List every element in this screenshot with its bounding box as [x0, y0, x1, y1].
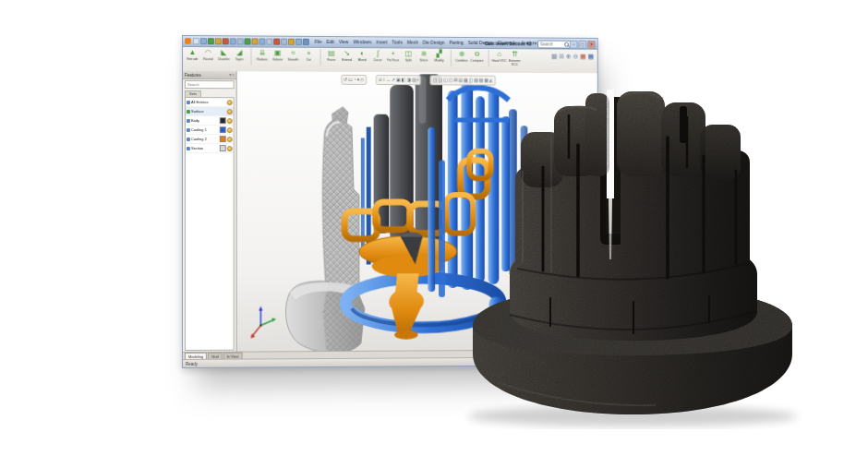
- menu-item[interactable]: Insert: [376, 40, 387, 44]
- menu-item[interactable]: Die Design: [423, 41, 445, 45]
- view-toolbar-icon[interactable]: ⊞: [453, 78, 457, 82]
- ribbon-button[interactable]: ⌂ Hand VCC: [488, 50, 507, 66]
- visibility-icon[interactable]: [227, 127, 233, 133]
- visibility-icon[interactable]: [227, 137, 233, 142]
- color-chip[interactable]: [220, 126, 226, 133]
- quick-access-icon[interactable]: [259, 39, 265, 45]
- search-icon[interactable]: [564, 42, 569, 47]
- view-toolbar-icon[interactable]: ↺: [344, 78, 347, 82]
- ribbon-tool-icon[interactable]: ▦: [588, 54, 594, 61]
- view-toolbar-icon[interactable]: ⊙: [379, 78, 382, 82]
- feature-tree-row[interactable]: Surface: [186, 107, 234, 116]
- ribbon-icon: ×: [307, 49, 311, 58]
- quick-access-icon[interactable]: [303, 39, 309, 45]
- menu-item[interactable]: Parting: [449, 41, 463, 45]
- window-control-button[interactable]: ×: [587, 41, 596, 49]
- visibility-icon[interactable]: [227, 146, 233, 151]
- color-chip[interactable]: [220, 145, 226, 151]
- ribbon-button[interactable]: ▲ Extrude: [185, 48, 200, 65]
- view-toolbar-icon[interactable]: ▥: [412, 78, 416, 82]
- visibility-icon[interactable]: [227, 109, 233, 114]
- quick-access-icon[interactable]: [237, 38, 244, 44]
- quick-access-icon[interactable]: [266, 39, 272, 45]
- menu-item[interactable]: Windows: [353, 40, 371, 44]
- ribbon-button[interactable]: ◢ Taper: [232, 48, 247, 65]
- ribbon-tool-icon[interactable]: ⊞: [559, 53, 564, 60]
- view-toolbar-icon[interactable]: ◱: [443, 78, 448, 82]
- view-toolbar-icon[interactable]: ◇: [360, 78, 364, 82]
- menu-item[interactable]: View: [339, 40, 349, 44]
- ribbon-tool-icon[interactable]: ⊖: [573, 54, 579, 61]
- ribbon-button[interactable]: ▤ Faces: [320, 49, 340, 66]
- visibility-icon[interactable]: [227, 118, 233, 124]
- quick-access-icon[interactable]: [193, 38, 199, 44]
- ribbon-button[interactable]: ⇊ Reduce: [251, 48, 271, 65]
- quick-access-icon[interactable]: [223, 38, 229, 44]
- quick-access-icon[interactable]: [230, 38, 236, 44]
- ribbon-button[interactable]: ◫ Split: [401, 49, 416, 66]
- ribbon-button[interactable]: ◐ Blend: [355, 49, 370, 66]
- app-logo-icon[interactable]: [185, 38, 191, 44]
- view-toolbar-icon[interactable]: ↗: [392, 78, 395, 82]
- ribbon-button[interactable]: ≋ Stitch: [416, 50, 432, 66]
- menu-item[interactable]: Tools: [392, 40, 402, 44]
- menu-item[interactable]: Edit: [327, 40, 334, 44]
- ribbon-button[interactable]: ▞ Modify: [431, 50, 447, 66]
- axis-triad: [251, 306, 277, 339]
- ribbon-button[interactable]: ▣ Volume: [270, 49, 285, 66]
- menu-item[interactable]: Mesh: [407, 41, 418, 45]
- ribbon-button[interactable]: ⇈ Extreme VCC: [507, 50, 522, 66]
- ribbon-button[interactable]: ↘ Extend: [339, 49, 355, 66]
- quick-access-icon[interactable]: [245, 38, 251, 44]
- feature-tree-row[interactable]: Section: [186, 144, 234, 153]
- view-toolbar-icon[interactable]: ↕: [383, 78, 385, 82]
- window-control-button[interactable]: –: [570, 41, 578, 49]
- color-chip[interactable]: [220, 117, 226, 124]
- quick-access-icon[interactable]: [208, 38, 214, 44]
- feature-tree-row[interactable]: Cooling 1: [186, 126, 234, 135]
- ribbon-button[interactable]: ≈ Smooth: [285, 49, 301, 66]
- view-toolbar-icon[interactable]: ◳: [433, 78, 438, 82]
- quick-access-icon[interactable]: [252, 38, 259, 44]
- view-toolbar-icon[interactable]: ◰: [449, 78, 453, 82]
- ribbon-tool-icon[interactable]: ⊕: [566, 53, 572, 60]
- ribbon-button[interactable]: ∫ Curve: [370, 49, 386, 66]
- view-toolbar-icon[interactable]: ▣: [396, 78, 401, 82]
- ribbon-button[interactable]: ◣ Chamfer: [216, 48, 232, 65]
- feature-tree-row[interactable]: Cooling 2: [186, 135, 234, 144]
- panel-pin-icon[interactable]: ▾: [229, 73, 231, 77]
- feature-tree-row[interactable]: All Entities: [186, 98, 234, 107]
- menu-item[interactable]: File: [315, 40, 322, 44]
- quick-access-icon[interactable]: [215, 38, 222, 44]
- quick-access-icon[interactable]: [273, 39, 280, 45]
- view-toolbar-icon[interactable]: ↔: [386, 78, 391, 82]
- ribbon-tool-icon[interactable]: ▩: [551, 53, 557, 60]
- ribbon-button[interactable]: × Cut: [301, 49, 317, 66]
- visibility-icon[interactable]: [227, 100, 233, 105]
- search-input[interactable]: [539, 42, 564, 46]
- feature-tree-row[interactable]: Body: [186, 116, 234, 126]
- panel-search-input[interactable]: [186, 82, 234, 87]
- ribbon-button[interactable]: ⊖ Compare: [469, 50, 485, 66]
- panel-close-icon[interactable]: ×: [232, 73, 234, 77]
- ribbon-tool-icon[interactable]: ▦: [580, 54, 585, 61]
- color-chip[interactable]: [220, 136, 226, 142]
- ribbon-button[interactable]: ◠ Round: [200, 48, 216, 65]
- view-toolbar-icon[interactable]: ▾: [357, 78, 359, 82]
- view-toolbar-icon[interactable]: ▭: [348, 78, 353, 82]
- quick-access-icon[interactable]: [295, 39, 302, 45]
- view-toolbar-icon[interactable]: ◨: [406, 78, 411, 82]
- ribbon-icon: ◫: [405, 49, 412, 58]
- quick-access-icon[interactable]: [288, 39, 295, 45]
- ribbon-button[interactable]: + Fix Face: [385, 49, 401, 66]
- view-toolbar-icon[interactable]: ◔: [354, 78, 356, 82]
- view-toolbar-icon[interactable]: ◧: [402, 78, 406, 82]
- quick-access-icon[interactable]: [281, 39, 287, 45]
- view-toolbar-icon[interactable]: ◲: [439, 78, 443, 82]
- window-control-button[interactable]: ▢: [579, 41, 587, 49]
- view-toolbar-icon[interactable]: ▪: [417, 78, 419, 82]
- quick-access-icon[interactable]: [200, 38, 207, 44]
- ribbon-icon: ⊖: [474, 50, 480, 59]
- panel-tab-sets[interactable]: Sets: [185, 90, 201, 97]
- ribbon-button[interactable]: ⊕ Combine: [451, 50, 469, 66]
